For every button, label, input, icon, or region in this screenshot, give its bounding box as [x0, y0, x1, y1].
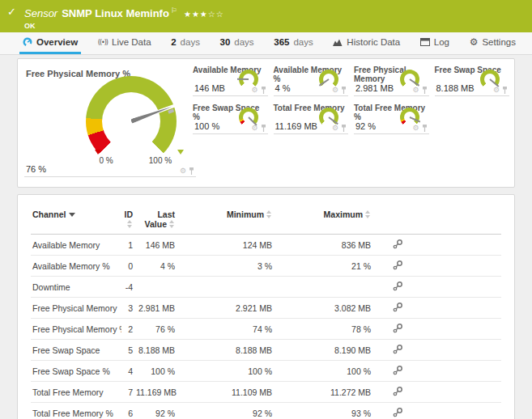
channel-table: Channel ID Last Value Minimum Maximum Av…	[31, 206, 501, 419]
cell-channel[interactable]: Free Physical Memory %	[31, 319, 121, 340]
settings-gear-icon: ⚙	[470, 37, 479, 47]
channel-settings-icon[interactable]	[393, 323, 403, 333]
mini-gauge-tile-total-free-memory: Total Free Memory11.169 MB⚙	[274, 104, 349, 134]
mini-gauge-tile-free-physical-memory: Free Physical Memory2.981 MB⚙	[354, 66, 429, 96]
cell-channel[interactable]: Total Free Memory	[31, 382, 121, 403]
mini-gauge-value: 11.169 MB	[275, 121, 317, 131]
cell-channel[interactable]: Available Memory %	[31, 256, 121, 277]
mini-gauge-value: 92 %	[355, 121, 376, 131]
channel-table-body: Available Memory1146 MB124 MB836 MBAvail…	[31, 235, 501, 419]
cell-channel[interactable]: Total Free Memory %	[31, 403, 121, 419]
gauge-scale-min: 0 %	[94, 156, 118, 165]
pin-icon[interactable]	[422, 125, 428, 132]
cell-maximum: 78 %	[274, 319, 372, 340]
channel-settings-icon[interactable]	[393, 260, 403, 270]
table-row-free-swap-space[interactable]: Free Swap Space %4100 %100 %100 %	[31, 361, 501, 382]
gauge-needle	[236, 78, 248, 80]
table-row-total-free-memory[interactable]: Total Free Memory %692 %92 %93 %	[31, 403, 501, 419]
col-header-maximum[interactable]: Maximum	[274, 206, 372, 235]
mini-gauge-value: 146 MB	[194, 83, 225, 93]
gauge-needle	[319, 78, 330, 87]
cell-id: 4	[121, 361, 134, 382]
cell-id: 2	[121, 319, 134, 340]
channel-settings-icon[interactable]	[393, 281, 403, 291]
cell-maximum	[274, 277, 372, 298]
gear-icon[interactable]: ⚙	[493, 87, 500, 94]
gear-icon[interactable]: ⚙	[412, 125, 419, 132]
cell-maximum: 8.190 MB	[274, 340, 372, 361]
col-header-channel[interactable]: Channel	[31, 206, 121, 235]
mini-gauge-tile-available-memory: Available Memory146 MB⚙	[193, 66, 268, 96]
cell-minimum: 124 MB	[177, 235, 274, 256]
gauge-needle	[130, 104, 173, 124]
tab-365-days[interactable]: 365days	[270, 32, 316, 54]
channel-settings-icon[interactable]	[393, 239, 403, 249]
tab-log[interactable]: Log	[417, 32, 453, 54]
cell-minimum: 92 %	[177, 403, 274, 419]
gear-icon[interactable]: ⚙	[251, 87, 257, 94]
pin-icon[interactable]	[261, 87, 266, 94]
cell-last-value: 146 MB	[134, 235, 177, 256]
gauge-needle	[409, 116, 420, 122]
main-gauge-tile: Free Physical Memory % 0 % 100 % 76 % ⚙	[24, 66, 196, 177]
mini-gauge-grid: Available Memory146 MB⚙Available Memory …	[193, 66, 509, 134]
pin-icon[interactable]	[422, 87, 428, 94]
mini-gauge-value: 100 %	[194, 121, 219, 131]
tab-overview[interactable]: Overview	[19, 32, 81, 54]
cell-id: 5	[121, 340, 134, 361]
gear-icon[interactable]: ⚙	[332, 125, 338, 132]
channel-settings-icon[interactable]	[393, 407, 403, 417]
tab-30-days[interactable]: 30days	[217, 32, 257, 54]
gear-icon[interactable]: ⚙	[332, 87, 338, 94]
table-row-free-physical-memory[interactable]: Free Physical Memory %276 %74 %78 %	[31, 319, 501, 340]
cell-id: 6	[121, 403, 134, 419]
table-row-downtime[interactable]: Downtime-4	[31, 277, 501, 298]
sort-icon	[127, 220, 133, 228]
cell-channel[interactable]: Free Physical Memory	[31, 298, 121, 319]
cell-id: 7	[121, 382, 134, 403]
col-header-id[interactable]: ID	[121, 206, 134, 235]
tab-live-data[interactable]: ((•)) Live Data	[95, 32, 155, 54]
priority-stars[interactable]: ★★★☆☆	[184, 10, 224, 19]
gear-icon[interactable]: ⚙	[251, 125, 257, 132]
gauge-scale-max: 100 %	[147, 156, 174, 165]
channel-settings-icon[interactable]	[393, 365, 403, 375]
flag-icon[interactable]: ⚐	[171, 6, 177, 15]
cell-minimum: 3 %	[177, 256, 274, 277]
table-row-available-memory[interactable]: Available Memory1146 MB124 MB836 MB	[31, 235, 501, 256]
gear-icon[interactable]: ⚙	[412, 87, 419, 94]
table-row-free-physical-memory[interactable]: Free Physical Memory32.981 MB2.921 MB3.0…	[31, 298, 501, 319]
sensor-title-row: SensorSNMP Linux Meminfo⚐★★★☆☆	[24, 5, 524, 20]
cell-channel[interactable]: Available Memory	[31, 235, 121, 256]
col-header-minimum[interactable]: Minimum	[177, 206, 274, 235]
table-header-row: Channel ID Last Value Minimum Maximum	[31, 206, 501, 235]
live-data-broadcast-icon: ((•))	[98, 39, 108, 46]
cell-minimum	[177, 277, 274, 298]
pin-icon[interactable]	[341, 87, 347, 94]
cell-last-value: 11.169 MB	[134, 382, 177, 403]
cell-channel[interactable]: Free Swap Space %	[31, 361, 121, 382]
cell-channel[interactable]: Downtime	[31, 277, 121, 298]
tab-2-days[interactable]: 2days	[168, 32, 203, 54]
table-row-free-swap-space[interactable]: Free Swap Space58.188 MB8.188 MB8.190 MB	[31, 340, 501, 361]
log-icon	[420, 38, 430, 46]
gear-icon[interactable]: ⚙	[180, 167, 186, 175]
tab-settings[interactable]: ⚙ Settings	[466, 32, 519, 54]
col-header-last-value[interactable]: Last Value	[134, 206, 177, 235]
pin-icon[interactable]	[189, 167, 194, 175]
overview-gauge-icon	[23, 37, 32, 47]
tab-historic-data[interactable]: Historic Data	[330, 32, 403, 54]
cell-last-value: 100 %	[134, 361, 177, 382]
table-row-total-free-memory[interactable]: Total Free Memory711.169 MB11.109 MB11.2…	[31, 382, 501, 403]
cell-maximum: 3.082 MB	[274, 298, 372, 319]
pin-icon[interactable]	[502, 87, 508, 94]
channel-settings-icon[interactable]	[393, 302, 403, 312]
mini-gauge-value: 4 %	[275, 83, 291, 93]
channel-settings-icon[interactable]	[393, 386, 403, 396]
pin-icon[interactable]	[261, 125, 266, 132]
pin-icon[interactable]	[341, 125, 347, 132]
channel-settings-icon[interactable]	[393, 344, 403, 354]
cell-minimum: 2.921 MB	[177, 298, 274, 319]
cell-channel[interactable]: Free Swap Space	[31, 340, 121, 361]
table-row-available-memory[interactable]: Available Memory %04 %3 %21 %	[31, 256, 501, 277]
